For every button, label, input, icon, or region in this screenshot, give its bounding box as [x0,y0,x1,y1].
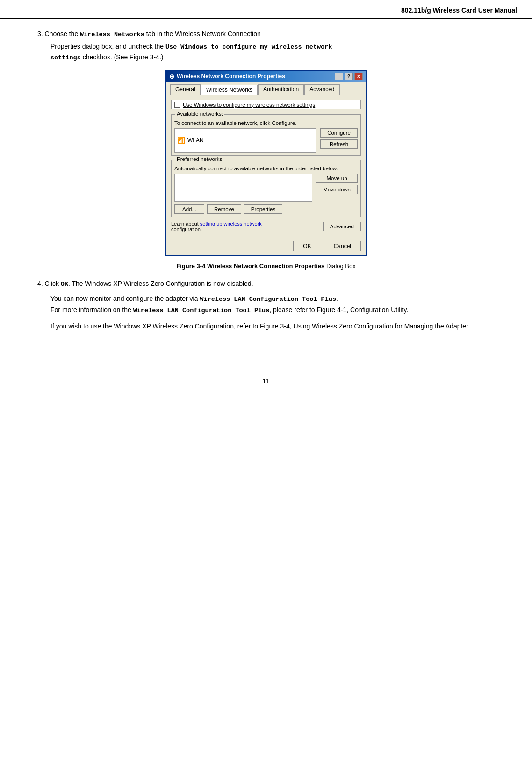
preferred-networks-label: Preferred networks: [175,156,225,162]
header-title: 802.11b/g Wireless Card User Manual [401,7,517,14]
cancel-button[interactable]: Cancel [324,241,361,251]
step3-settings-bold: settings [50,54,81,61]
learn-text-block: Learn about setting up wireless network … [171,221,262,232]
tab-advanced[interactable]: Advanced [304,84,339,95]
move-down-button[interactable]: Move down [316,185,358,194]
dialog-wrapper: ⊕ Wireless Network Connection Properties… [37,70,495,256]
network-buttons: Configure Refresh [320,128,358,149]
available-networks-inner: To connect to an available network, clic… [174,120,358,153]
use-windows-label: Use Windows to configure my wireless net… [183,102,315,108]
dialog-icon: ⊕ [169,73,174,80]
dialog-titlebar: ⊕ Wireless Network Connection Properties… [166,71,366,82]
step3-line2-pre: Properties dialog box, and uncheck the [50,43,165,50]
step4-line1: 4. Click OK. The Windows XP Wireless Zer… [37,280,495,288]
step3-line1-post: tab in the Wireless Network Connection [144,30,261,37]
learn-text-line2: configuration. [171,226,262,232]
dialog-footer: OK Cancel [166,237,366,255]
step4-tool-bold2: Wireless LAN Configuration Tool Plus [133,307,270,314]
step4-tool-bold1: Wireless LAN Configuration Tool Plus [200,296,336,303]
dialog-tabs: General Wireless Networks Authentication… [166,82,366,95]
dialog-body: Use Windows to configure my wireless net… [166,95,366,237]
step4-para1-post: . [336,295,338,302]
figure-caption: Figure 3-4 Wireless Network Connection P… [37,263,495,270]
ok-button[interactable]: OK [293,241,321,251]
preferred-networks-group: Preferred networks: Automatically connec… [171,160,361,217]
properties-button[interactable]: Properties [244,204,282,214]
dialog-controls[interactable]: _ ? ✕ [335,73,363,80]
help-button[interactable]: ? [345,73,353,80]
step3-line1-pre: 3. Choose the [37,30,80,37]
dialog-window: ⊕ Wireless Network Connection Properties… [165,70,367,256]
network-list[interactable]: 📶 WLAN [174,128,316,153]
available-networks-label: Available networks: [175,111,224,117]
network-name: WLAN [187,137,204,144]
learn-link[interactable]: setting up wireless network [200,221,262,226]
preferred-networks-inner: Automatically connect to available netwo… [174,166,358,214]
step4-pre: 4. Click [37,280,61,287]
close-button[interactable]: ✕ [354,73,363,80]
page-content: 3. Choose the Wireless Networks tab in t… [0,19,532,359]
figure-caption-normal: Dialog Box [324,263,355,270]
minimize-button[interactable]: _ [335,73,343,80]
available-networks-group: Available networks: To connect to an ava… [171,114,361,156]
step4-para2-pre: For more information on the [50,306,133,314]
use-windows-checkbox[interactable] [174,102,180,108]
learn-pre: Learn about [171,221,200,226]
step3-wireless-networks-bold: Wireless Networks [80,31,144,38]
page-header: 802.11b/g Wireless Card User Manual [0,0,532,19]
figure-caption-bold: Figure 3-4 Wireless Network Connection P… [176,263,324,270]
tab-authentication[interactable]: Authentication [258,84,304,95]
advanced-button[interactable]: Advanced [323,222,361,231]
available-networks-desc: To connect to an available network, clic… [174,120,358,126]
add-button[interactable]: Add... [174,204,204,214]
page-number: 11 [0,378,532,385]
action-row: Add... Remove Properties [174,204,358,214]
step3-line2: Properties dialog box, and uncheck the U… [37,43,495,51]
tab-general[interactable]: General [170,84,201,95]
network-area: 📶 WLAN Configure Refresh [174,128,358,153]
learn-text-line1: Learn about setting up wireless network [171,221,262,226]
step3-line1: 3. Choose the Wireless Networks tab in t… [37,30,495,38]
step4-para1-pre: You can now monitor and configure the ad… [50,295,200,302]
wifi-icon: 📶 [177,137,185,144]
preferred-list[interactable] [174,174,312,202]
step3-line3: settings checkbox. (See Figure 3-4.) [37,53,495,61]
step3-line3-post: checkbox. (See Figure 3-4.) [81,53,164,61]
learn-row: Learn about setting up wireless network … [171,221,361,232]
use-windows-checkbox-row[interactable]: Use Windows to configure my wireless net… [171,100,361,109]
step4-para2-post: , please refer to Figure 4-1, Configurat… [269,306,408,314]
move-up-button[interactable]: Move up [316,174,358,183]
remove-button[interactable]: Remove [207,204,241,214]
step4-para3: If you wish to use the Windows XP Wirele… [37,321,495,331]
titlebar-left: ⊕ Wireless Network Connection Properties [169,73,285,80]
step4-para1: You can now monitor and configure the ad… [37,293,495,315]
step4-post: . The Windows XP Wireless Zero Configura… [68,280,253,287]
preferred-area: Move up Move down [174,174,358,202]
step4-block: 4. Click OK. The Windows XP Wireless Zer… [37,280,495,332]
refresh-button[interactable]: Refresh [320,139,358,149]
tab-wireless-networks[interactable]: Wireless Networks [201,85,258,95]
preferred-desc: Automatically connect to available netwo… [174,166,358,171]
step4-ok-bold: OK [61,281,68,288]
dialog-title: Wireless Network Connection Properties [177,73,285,80]
preferred-buttons: Move up Move down [316,174,358,194]
step3-use-windows-bold: Use Windows to configure my wireless net… [165,44,332,51]
step3-block: 3. Choose the Wireless Networks tab in t… [37,30,495,61]
configure-button[interactable]: Configure [320,128,358,138]
